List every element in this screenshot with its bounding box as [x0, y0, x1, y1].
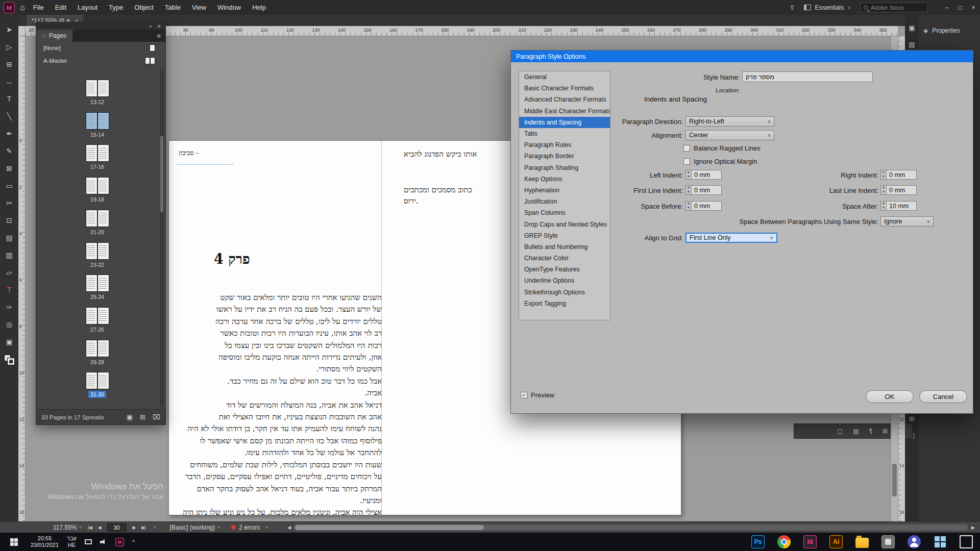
dialog-section-general[interactable]: General	[519, 71, 610, 83]
spread-thumbnail[interactable]	[86, 112, 109, 130]
menu-type[interactable]: Type	[109, 4, 123, 11]
dialog-section-advanced-character-formats[interactable]: Advanced Character Formats	[519, 94, 610, 105]
ignore-optical-margin-checkbox[interactable]: Ignore Optical Margin	[683, 158, 757, 165]
spread-thumbnail[interactable]	[86, 340, 109, 357]
menu-window[interactable]: Window	[217, 4, 241, 11]
next-page-button[interactable]: ▶	[133, 525, 136, 530]
teams-taskbar-icon[interactable]	[908, 535, 921, 548]
cc-libraries-icon[interactable]: ▤	[909, 41, 915, 48]
spread-item[interactable]: 25-24	[36, 274, 158, 300]
maximize-button[interactable]: □	[953, 0, 967, 15]
paragraph-direction-dropdown[interactable]: Right-to-Left	[685, 116, 774, 127]
gap-tool[interactable]: ↔	[0, 73, 18, 90]
spread-thumbnail[interactable]	[86, 177, 109, 194]
free-transform-tool[interactable]: ⊡	[0, 212, 18, 229]
zoom-tool[interactable]: ◎	[0, 316, 18, 333]
same-style-spacing-dropdown[interactable]: Ignore	[880, 216, 934, 227]
explorer-taskbar-icon[interactable]	[855, 538, 869, 548]
style-name-input[interactable]	[742, 71, 873, 82]
preview-checkbox[interactable]: ✓ Preview	[521, 391, 554, 399]
spread-thumbnail[interactable]	[86, 372, 109, 389]
indesign-tray-icon[interactable]: Id	[115, 538, 124, 546]
direct-selection-tool[interactable]: ▷	[0, 38, 18, 56]
chrome-taskbar-icon[interactable]	[777, 535, 791, 548]
spread-thumbnail[interactable]	[86, 274, 109, 292]
spread-thumbnail[interactable]	[86, 80, 109, 97]
space-before-input[interactable]	[691, 201, 722, 211]
minimize-button[interactable]: –	[940, 0, 953, 15]
panel-options-icon[interactable]: ▢	[837, 428, 843, 435]
checkbox-checked-box[interactable]: ✓	[521, 392, 527, 398]
spread-item[interactable]: 15-14	[36, 112, 158, 138]
paragraph-mark-icon[interactable]: ¶	[869, 428, 872, 435]
workspace-switcher[interactable]: Essentials	[804, 4, 851, 11]
first-spread-button[interactable]: |◀	[88, 525, 91, 530]
dialog-section-strikethrough-options[interactable]: Strikethrough Options	[519, 287, 610, 298]
horizontal-scroll-thumb[interactable]	[295, 525, 484, 530]
dialog-section-paragraph-rules[interactable]: Paragraph Rules	[519, 139, 610, 151]
selection-tool[interactable]: ➤	[0, 21, 18, 38]
right-indent-field[interactable]	[880, 170, 917, 180]
properties-panel-header[interactable]: ◈ Properties	[923, 27, 960, 34]
volume-tray-icon[interactable]	[100, 538, 107, 545]
pages-rail-icon[interactable]: ⊞	[909, 415, 915, 422]
photoshop-taskbar-icon[interactable]: Ps	[751, 535, 765, 548]
menu-table[interactable]: Table	[165, 4, 181, 11]
store-taskbar-icon[interactable]	[934, 535, 947, 548]
close-panel-icon[interactable]: ✕	[157, 23, 161, 29]
last-line-indent-input[interactable]	[886, 185, 917, 195]
spread-item[interactable]: 19-18	[36, 177, 158, 203]
menu-file[interactable]: File	[33, 4, 44, 11]
hand-tool[interactable]: ▣	[0, 333, 18, 350]
dialog-section-character-color[interactable]: Character Color	[519, 253, 610, 264]
illustrator-taskbar-icon[interactable]: Ai	[829, 535, 843, 548]
menu-edit[interactable]: Edit	[55, 4, 66, 11]
balance-ragged-lines-checkbox[interactable]: Balance Ragged Lines	[683, 144, 761, 152]
spread-item[interactable]: 31-30	[36, 372, 158, 398]
pages-panel-scrollbar[interactable]	[160, 69, 164, 407]
scroll-left-icon[interactable]: ◀	[287, 525, 291, 530]
checkbox-box[interactable]	[683, 145, 690, 152]
dialog-section-bullets-and-numbering[interactable]: Bullets and Numbering	[519, 241, 610, 253]
align-to-grid-dropdown[interactable]: First Line Only	[685, 233, 777, 243]
indesign-taskbar-icon[interactable]: Id	[803, 535, 817, 548]
note-tool[interactable]: ▱	[0, 264, 18, 281]
new-page-icon[interactable]: ⊞	[140, 413, 145, 421]
scissors-tool[interactable]: ✂	[0, 194, 18, 212]
tab-pages[interactable]: ◇ Pages	[36, 30, 72, 42]
line-tool[interactable]: ╲	[0, 108, 18, 125]
language-indicator[interactable]: עבר HE	[67, 535, 77, 548]
collapse-panel-icon[interactable]: «	[149, 23, 152, 29]
menu-layout[interactable]: Layout	[78, 4, 97, 11]
type-tool[interactable]: T	[0, 90, 18, 108]
network-tray-icon[interactable]	[85, 539, 92, 544]
acrobat-taskbar-icon[interactable]	[881, 535, 895, 548]
dialog-section-paragraph-border[interactable]: Paragraph Border	[519, 151, 610, 162]
rectangle-frame-tool[interactable]: ⊠	[0, 160, 18, 177]
menu-object[interactable]: Object	[134, 4, 154, 11]
show-hidden-icons-chevron[interactable]: ^	[132, 539, 135, 545]
home-icon[interactable]: ⌂	[20, 3, 25, 12]
dialog-section-export-tagging[interactable]: Export Tagging	[519, 298, 610, 309]
spread-thumbnail[interactable]	[86, 307, 109, 324]
page-number-field[interactable]	[107, 523, 127, 532]
stepper-icon[interactable]	[880, 201, 886, 211]
dialog-section-basic-character-formats[interactable]: Basic Character Formats	[519, 83, 610, 94]
stepper-icon[interactable]	[880, 170, 886, 180]
gradient-swatch-tool[interactable]: ▤	[0, 229, 18, 246]
stroke-color-swatch[interactable]	[8, 358, 14, 365]
dialog-section-underline-options[interactable]: Underline Options	[519, 275, 610, 286]
spread-item[interactable]: 21-20	[36, 210, 158, 236]
dialog-section-drop-caps-and-nested-styles[interactable]: Drop Caps and Nested Styles	[519, 218, 610, 230]
stepper-icon[interactable]	[685, 170, 691, 180]
dialog-section-middle-east-character-formats[interactable]: Middle East Character Formats	[519, 106, 610, 117]
zoom-level-control[interactable]: 117.55%∨	[53, 524, 82, 531]
space-before-field[interactable]	[685, 201, 722, 211]
stepper-icon[interactable]	[685, 201, 691, 211]
taskbar-clock[interactable]: 20:55 23/01/2021	[31, 535, 59, 548]
pencil-tool[interactable]: ✎	[0, 142, 18, 160]
spread-item[interactable]: 27-26	[36, 307, 158, 333]
first-line-indent-input[interactable]	[691, 185, 722, 195]
ok-button[interactable]: OK	[866, 390, 914, 403]
dialog-section-opentype-features[interactable]: OpenType Features	[519, 264, 610, 275]
